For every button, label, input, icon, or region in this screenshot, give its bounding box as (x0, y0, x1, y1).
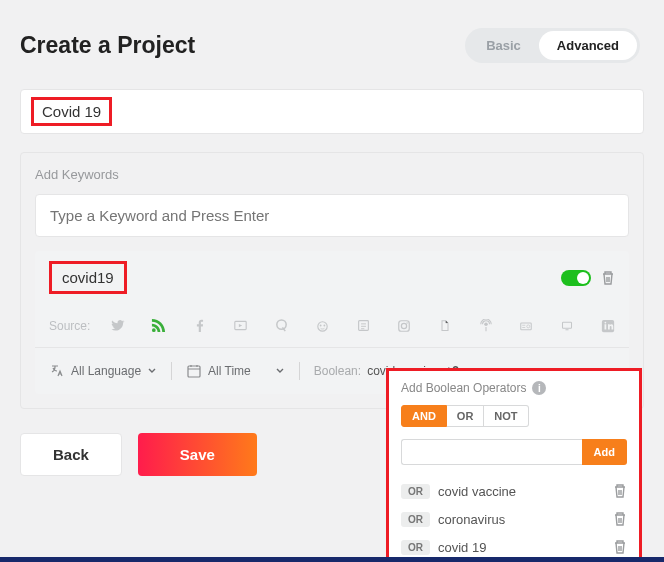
operator-chip: OR (401, 512, 430, 527)
keyword-row: covid19 (35, 251, 629, 304)
video-icon[interactable] (233, 318, 248, 333)
tab-or[interactable]: OR (447, 405, 485, 427)
tab-not[interactable]: NOT (484, 405, 528, 427)
trash-icon[interactable] (601, 270, 615, 286)
boolean-item: OR covid vaccine (401, 477, 627, 505)
language-icon (49, 363, 65, 379)
rss-icon[interactable] (151, 318, 166, 333)
language-select[interactable]: All Language (49, 363, 157, 379)
divider (171, 362, 172, 380)
svg-rect-6 (399, 320, 410, 331)
keyword-toggle[interactable] (561, 270, 591, 286)
boolean-add-button[interactable]: Add (582, 439, 627, 465)
keywords-panel-label: Add Keywords (35, 167, 629, 182)
svg-rect-14 (188, 366, 200, 377)
footer-bar (0, 557, 664, 562)
mode-toggle: Basic Advanced (465, 28, 640, 63)
back-button[interactable]: Back (20, 433, 122, 476)
source-row: Source: (35, 304, 629, 347)
boolean-label: Boolean: (314, 364, 361, 378)
facebook-icon[interactable] (192, 318, 207, 333)
project-name-value: Covid 19 (31, 97, 112, 126)
keyword-tag: covid19 (49, 261, 127, 294)
mode-advanced[interactable]: Advanced (539, 31, 637, 60)
tv-icon[interactable] (560, 318, 575, 333)
boolean-add-input[interactable] (401, 439, 582, 465)
time-value: All Time (208, 364, 251, 378)
boolean-popup: Add Boolean Operators i AND OR NOT Add O… (386, 368, 642, 562)
svg-point-2 (318, 322, 327, 331)
operator-text: covid 19 (438, 540, 605, 555)
svg-point-4 (324, 325, 326, 327)
linkedin-icon[interactable] (600, 318, 615, 333)
svg-point-3 (320, 325, 322, 327)
operator-text: coronavirus (438, 512, 605, 527)
source-label: Source: (49, 319, 90, 333)
chevron-down-icon (275, 366, 285, 376)
trash-icon[interactable] (613, 511, 627, 527)
divider (299, 362, 300, 380)
calendar-icon (186, 363, 202, 379)
reddit-icon[interactable] (315, 318, 330, 333)
svg-rect-12 (562, 322, 571, 328)
instagram-icon[interactable] (397, 318, 412, 333)
trash-icon[interactable] (613, 483, 627, 499)
language-value: All Language (71, 364, 141, 378)
project-name-input[interactable]: Covid 19 (20, 89, 644, 134)
operator-chip: OR (401, 540, 430, 555)
keyword-input[interactable] (35, 194, 629, 237)
svg-point-8 (406, 322, 407, 323)
page-title: Create a Project (20, 32, 195, 59)
popup-title: Add Boolean Operators (401, 381, 526, 395)
podcast-icon[interactable] (478, 318, 493, 333)
time-select[interactable]: All Time (186, 363, 285, 379)
chevron-down-icon (147, 366, 157, 376)
quora-icon[interactable] (274, 318, 289, 333)
news-icon[interactable] (356, 318, 371, 333)
svg-point-7 (401, 323, 406, 328)
operator-chip: OR (401, 484, 430, 499)
document-icon[interactable] (437, 318, 452, 333)
boolean-item: OR coronavirus (401, 505, 627, 533)
svg-point-1 (277, 320, 286, 329)
operator-tabs: AND OR NOT (401, 405, 627, 427)
radio-icon[interactable] (519, 318, 534, 333)
operator-text: covid vaccine (438, 484, 605, 499)
save-button[interactable]: Save (138, 433, 257, 476)
tab-and[interactable]: AND (401, 405, 447, 427)
trash-icon[interactable] (613, 539, 627, 555)
twitter-icon[interactable] (110, 318, 125, 333)
info-icon[interactable]: i (532, 381, 546, 395)
mode-basic[interactable]: Basic (468, 31, 539, 60)
svg-point-9 (484, 322, 488, 326)
svg-point-11 (527, 324, 530, 327)
